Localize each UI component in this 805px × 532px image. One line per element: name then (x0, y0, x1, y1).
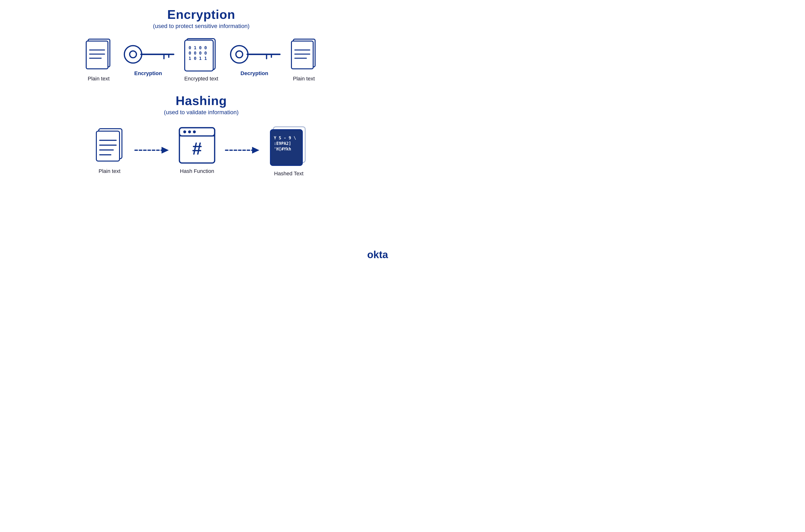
svg-marker-32 (161, 147, 169, 154)
svg-point-36 (183, 130, 186, 133)
svg-point-6 (130, 51, 136, 58)
svg-text:0 0 0 0: 0 0 0 0 (189, 51, 207, 56)
main-wrapper: Encryption (used to protect sensitive in… (0, 0, 402, 266)
encryption-diagram: Plain text Encryption (84, 37, 319, 82)
plain-text-item-1: Plain text (84, 37, 113, 82)
dashed-arrow-2 (223, 143, 262, 157)
key-icon-encryption (120, 42, 176, 66)
document-icon-2 (289, 37, 319, 72)
svg-point-37 (188, 130, 191, 133)
hashed-text-icon: Y S - 9 \ :E9PA2] 'H[#Ykh (269, 125, 309, 167)
encryption-key-item: Encryption (120, 42, 176, 77)
brand-name: okta (367, 249, 388, 260)
svg-point-16 (236, 51, 243, 58)
hashing-title: Hashing (175, 93, 227, 108)
plain-text-label-3: Plain text (98, 168, 120, 174)
arrow-2 (223, 143, 262, 158)
hashed-text-label: Hashed Text (274, 171, 304, 177)
svg-point-15 (231, 46, 248, 63)
svg-rect-26 (96, 131, 119, 161)
decryption-key-item: Decryption (227, 42, 282, 77)
svg-rect-1 (86, 41, 108, 69)
hash-function-label: Hash Function (180, 168, 214, 174)
encrypted-text-label: Encrypted text (184, 76, 218, 82)
arrow-1 (133, 143, 171, 158)
hash-function-icon: # (178, 127, 216, 164)
plain-text-item-3: Plain text (94, 127, 125, 174)
svg-rect-11 (185, 40, 213, 71)
svg-point-5 (124, 46, 142, 63)
decryption-label: Decryption (241, 70, 268, 77)
key-icon-decryption (227, 42, 282, 66)
svg-point-38 (193, 130, 196, 133)
hash-function-item: # Hash Function (178, 127, 216, 174)
svg-text:#: # (192, 139, 202, 158)
svg-text:0 1 0 0: 0 1 0 0 (189, 45, 207, 50)
svg-text:'H[#Ykh: 'H[#Ykh (274, 147, 291, 151)
plain-text-label-1: Plain text (88, 76, 110, 82)
hashing-subtitle: (used to validate information) (164, 109, 239, 116)
encrypted-text-item: 0 1 0 0 0 0 0 0 1 0 1 1 Encrypted text (183, 37, 219, 82)
document-icon-1 (84, 37, 113, 72)
hashed-text-item: Y S - 9 \ :E9PA2] 'H[#Ykh Hashed Text (269, 125, 309, 177)
svg-text::E9PA2]: :E9PA2] (274, 141, 291, 146)
svg-text:Y S - 9 \: Y S - 9 \ (274, 135, 296, 140)
dashed-arrow-1 (133, 143, 171, 157)
svg-text:1 0 1 1: 1 0 1 1 (189, 56, 207, 61)
plain-text-item-2: Plain text (289, 37, 319, 82)
hashing-diagram: Plain text # Hash (94, 125, 309, 177)
svg-rect-21 (291, 41, 313, 69)
encryption-label: Encryption (134, 70, 162, 77)
okta-logo: okta (367, 249, 388, 261)
plain-text-label-2: Plain text (293, 76, 315, 82)
svg-marker-41 (252, 147, 259, 154)
encryption-subtitle: (used to protect sensitive information) (153, 23, 249, 30)
matrix-icon: 0 1 0 0 0 0 0 0 1 0 1 1 (183, 37, 219, 72)
encryption-title: Encryption (167, 7, 235, 22)
document-icon-3 (94, 127, 125, 164)
